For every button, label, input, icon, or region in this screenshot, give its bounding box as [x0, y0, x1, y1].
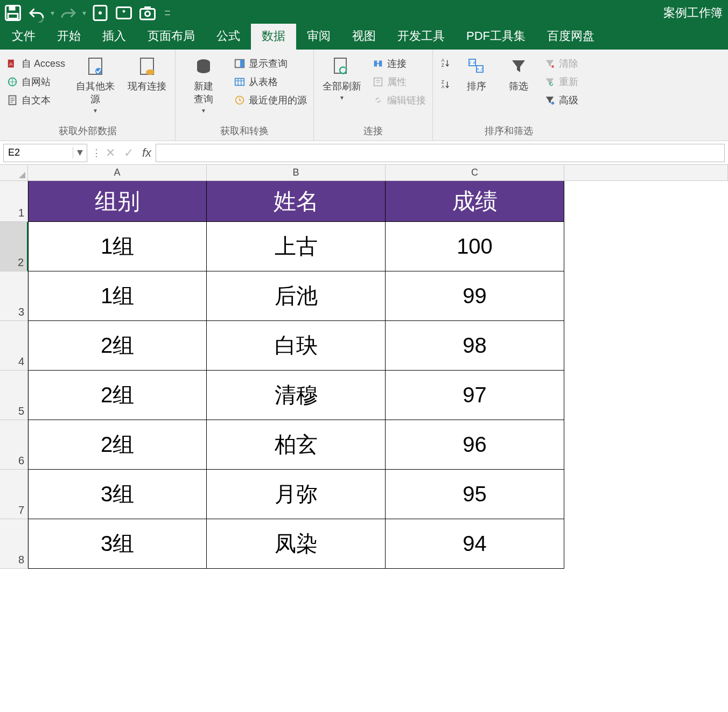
row-header-7[interactable]: 7	[0, 470, 28, 519]
from-web-button[interactable]: 自网站	[4, 74, 67, 89]
table-row: 2组 白玦 98	[28, 321, 564, 371]
row-header-2[interactable]: 2	[0, 222, 28, 271]
column-header-b[interactable]: B	[207, 165, 386, 181]
name-box-dropdown-icon[interactable]: ▼	[73, 147, 87, 158]
filter-button[interactable]: 筛选	[500, 54, 537, 95]
existing-connections-button[interactable]: 现有连接	[123, 54, 171, 95]
sort-desc-button[interactable]: ZA	[437, 78, 453, 92]
group-get-transform: 新建 查询 ▼ 显示查询 从表格 最近使用的源 获取和转换	[176, 50, 314, 141]
name-box[interactable]: ▼	[3, 144, 87, 162]
from-text-button[interactable]: 自文本	[4, 93, 67, 108]
row-header-3[interactable]: 3	[0, 271, 28, 321]
table-header-row: 组别 姓名 成绩	[28, 181, 564, 222]
cell[interactable]: 上古	[207, 222, 386, 271]
show-queries-button[interactable]: 显示查询	[232, 56, 309, 71]
cell[interactable]: 99	[386, 271, 564, 321]
group-caption: 连接	[363, 123, 383, 139]
dropdown-icon: ▼	[93, 108, 98, 114]
tab-view[interactable]: 视图	[341, 24, 387, 50]
cell[interactable]: 白玦	[207, 321, 386, 371]
tab-pdf-tools[interactable]: PDF工具集	[456, 24, 536, 50]
tab-file[interactable]: 文件	[1, 24, 46, 50]
from-other-sources-button[interactable]: 自其他来源 ▼	[72, 54, 119, 116]
cell[interactable]: 96	[386, 420, 564, 470]
cell[interactable]: 3组	[28, 470, 207, 519]
camera-icon[interactable]	[138, 3, 157, 23]
insert-function-button[interactable]: fx	[142, 146, 151, 160]
group-get-external-data: A 自 Access 自网站 自文本 自其他来源 ▼ 现有连接	[0, 50, 176, 141]
table-row: 3组 月弥 95	[28, 470, 564, 519]
cell[interactable]: 95	[386, 470, 564, 519]
svg-point-19	[197, 67, 210, 73]
tab-home[interactable]: 开始	[46, 24, 92, 50]
cell[interactable]: 97	[386, 371, 564, 420]
cell[interactable]: 1组	[28, 271, 207, 321]
header-cell-name[interactable]: 姓名	[207, 181, 386, 222]
show-queries-label: 显示查询	[249, 57, 288, 70]
cell[interactable]: 后池	[207, 271, 386, 321]
connections-button[interactable]: 连接	[370, 56, 428, 71]
cell[interactable]: 柏玄	[207, 420, 386, 470]
from-table-button[interactable]: 从表格	[232, 74, 309, 89]
header-cell-group[interactable]: 组别	[28, 181, 207, 222]
customize-qat-icon[interactable]	[162, 3, 173, 23]
refresh-all-button[interactable]: 全部刷新 ▼	[318, 54, 366, 103]
cell[interactable]: 2组	[28, 420, 207, 470]
tab-page-layout[interactable]: 页面布局	[137, 24, 206, 50]
header-cell-score[interactable]: 成绩	[386, 181, 564, 222]
column-header-a[interactable]: A	[28, 165, 207, 181]
tab-formulas[interactable]: 公式	[206, 24, 251, 50]
formula-input[interactable]	[156, 144, 725, 162]
cell[interactable]: 100	[386, 222, 564, 271]
row-header-4[interactable]: 4	[0, 321, 28, 371]
addin-icon[interactable]	[114, 3, 134, 23]
dropdown-icon: ▼	[339, 95, 345, 101]
select-all-button[interactable]	[0, 165, 28, 181]
column-header-rest[interactable]	[564, 165, 728, 181]
row-header-8[interactable]: 8	[0, 519, 28, 569]
sort-label: 排序	[467, 80, 486, 93]
svg-rect-8	[144, 6, 151, 9]
row-header-6[interactable]: 6	[0, 420, 28, 470]
enter-button[interactable]: ✓	[124, 146, 134, 160]
column-headers: A B C	[0, 165, 728, 181]
row-header-5[interactable]: 5	[0, 371, 28, 420]
cell[interactable]: 98	[386, 321, 564, 371]
tab-insert[interactable]: 插入	[92, 24, 137, 50]
svg-point-4	[99, 11, 102, 15]
cancel-button[interactable]: ✕	[106, 146, 115, 160]
new-query-button[interactable]: 新建 查询 ▼	[180, 54, 227, 116]
cell[interactable]: 凤染	[207, 519, 386, 569]
column-header-c[interactable]: C	[386, 165, 564, 181]
cell[interactable]: 1组	[28, 222, 207, 271]
recent-sources-button[interactable]: 最近使用的源	[232, 93, 309, 108]
from-table-label: 从表格	[249, 75, 278, 88]
row-header-1[interactable]: 1	[0, 181, 28, 222]
clear-filter-button: 清除	[542, 56, 580, 71]
table-row: 2组 柏玄 96	[28, 420, 564, 470]
tab-review[interactable]: 审阅	[296, 24, 341, 50]
connections-label: 连接	[387, 57, 407, 70]
tab-baidu-netdisk[interactable]: 百度网盘	[536, 24, 605, 50]
table-row: 3组 凤染 94	[28, 519, 564, 569]
tab-data[interactable]: 数据	[251, 24, 296, 50]
group-connections: 全部刷新 ▼ 连接 属性 编辑链接 连接	[314, 50, 433, 141]
from-access-button[interactable]: A 自 Access	[4, 56, 67, 71]
svg-rect-6	[141, 9, 155, 20]
cell[interactable]: 月弥	[207, 470, 386, 519]
cell[interactable]: 2组	[28, 321, 207, 371]
save-icon[interactable]	[3, 3, 23, 23]
sort-asc-button[interactable]: AZ	[437, 56, 453, 70]
advanced-label: 高级	[559, 94, 578, 107]
cell[interactable]: 清穆	[207, 371, 386, 420]
cell[interactable]: 2组	[28, 371, 207, 420]
cell[interactable]: 3组	[28, 519, 207, 569]
cell[interactable]: 94	[386, 519, 564, 569]
undo-icon[interactable]	[27, 3, 46, 23]
worksheet-grid[interactable]: A B C 1 2 3 4 5 6 7 8 组别 姓名 成绩 1组 上古	[0, 165, 728, 712]
sort-button[interactable]: Z AA Z 排序	[458, 54, 495, 95]
advanced-filter-button[interactable]: 高级	[542, 93, 580, 108]
name-box-input[interactable]	[4, 147, 73, 158]
touch-mode-icon[interactable]	[90, 3, 110, 23]
tab-developer[interactable]: 开发工具	[387, 24, 456, 50]
